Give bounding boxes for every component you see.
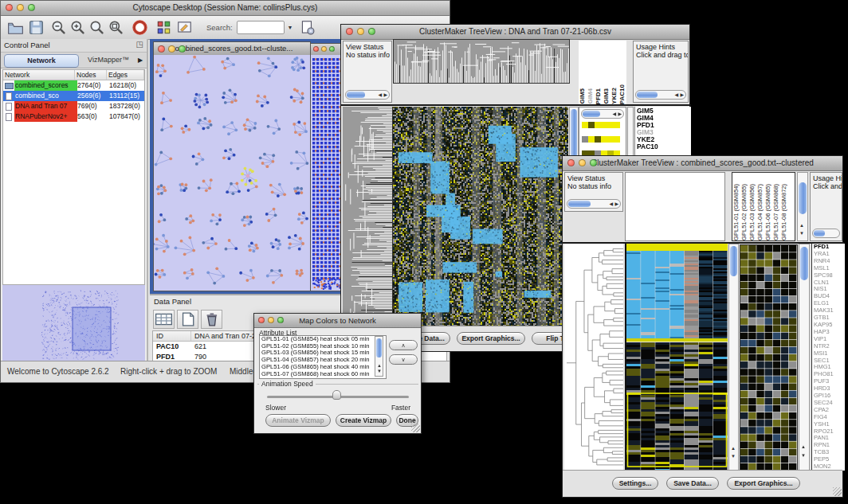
move-down-button[interactable]: ∨: [389, 354, 418, 365]
column-labels-vscrollbar[interactable]: ▲▼: [797, 172, 808, 241]
minimize-icon[interactable]: [268, 317, 274, 323]
zoom-heatmap-matrix[interactable]: [582, 122, 620, 160]
column-label[interactable]: GIM4: [587, 88, 595, 104]
minimize-icon[interactable]: [321, 46, 327, 52]
animate-vizmap-button[interactable]: Animate Vizmap: [265, 414, 331, 427]
delete-attribute-trash-icon[interactable]: [201, 310, 222, 329]
resize-grip[interactable]: [833, 487, 842, 496]
open-folder-icon[interactable]: [7, 19, 24, 36]
zoom-panel-hscrollbar[interactable]: ◀▶: [581, 109, 624, 119]
minimize-icon[interactable]: [168, 45, 175, 53]
help-lifering-icon[interactable]: [132, 19, 148, 36]
import-attributes-icon[interactable]: [299, 19, 316, 36]
column-label[interactable]: PAC10: [618, 84, 626, 104]
minimize-icon[interactable]: [17, 4, 24, 11]
zoom-window-icon[interactable]: [368, 28, 375, 35]
gene-label[interactable]: PAC10: [637, 143, 691, 150]
column-label[interactable]: GPL51-04 (GSM857): [756, 184, 764, 240]
treeview1-titlebar[interactable]: ClusterMaker TreeView : DNA and Tran 07-…: [341, 25, 689, 40]
zoom-heatmap[interactable]: [740, 244, 798, 471]
column-dendrogram[interactable]: [393, 39, 570, 84]
column-label[interactable]: GPL51-02 (GSM855): [740, 184, 748, 240]
zoom-window-icon[interactable]: [179, 45, 186, 53]
vizmapper-icon[interactable]: [155, 19, 172, 36]
zoom-vscrollbar[interactable]: ▲▼: [799, 244, 810, 471]
save-icon[interactable]: [28, 19, 45, 36]
treeview2-titlebar[interactable]: ClusterMaker TreeView : combined_scores_…: [563, 156, 842, 171]
heatmap-vscrollbar[interactable]: ▲▼: [728, 244, 739, 471]
create-vizmap-button[interactable]: Create Vizmap: [336, 414, 391, 427]
zoom-in-icon[interactable]: [69, 19, 86, 36]
tab-vizmapper[interactable]: VizMapper™: [80, 54, 136, 66]
zoom-fit-icon[interactable]: [108, 19, 124, 36]
minimize-icon[interactable]: [357, 28, 364, 35]
column-label[interactable]: GIM3: [603, 88, 610, 104]
network-table-row[interactable]: DNA and Tran 07769(0)183728(0): [3, 101, 144, 111]
global-heatmap[interactable]: [393, 107, 568, 326]
usage-hints-hscrollbar[interactable]: [812, 229, 840, 238]
usage-hints-panel: Usage Hints Click and drag tc ◀▶: [633, 41, 689, 103]
export-graphics-button[interactable]: Export Graphics...: [457, 332, 525, 345]
search-label: Search:: [206, 23, 233, 32]
column-label[interactable]: GPL51-01 (GSM854): [732, 184, 740, 240]
column-label[interactable]: GPL51-03 (GSM856): [748, 184, 756, 240]
cytoscape-titlebar[interactable]: Cytoscape Desktop (Session Name: collins…: [1, 1, 450, 16]
resize-grip[interactable]: [411, 424, 420, 432]
close-icon[interactable]: [258, 317, 265, 323]
move-up-button[interactable]: ∧: [389, 340, 418, 350]
divider: [341, 104, 691, 106]
network-table-row[interactable]: combined_sco2569(6)13112(15): [3, 91, 144, 101]
zoom-out-icon[interactable]: [50, 19, 67, 36]
usage-hints-hscrollbar[interactable]: ◀▶: [635, 90, 686, 100]
column-label[interactable]: PFD1: [595, 88, 603, 104]
zoom-one-to-one-icon[interactable]: [88, 19, 105, 36]
row-dendrogram[interactable]: [343, 107, 393, 326]
close-icon[interactable]: [567, 159, 575, 166]
network-table-row[interactable]: combined_scores2764(0)16218(0): [3, 80, 144, 91]
attribute-list-vscrollbar[interactable]: ▲▼: [375, 336, 383, 377]
row-dendrogram[interactable]: [564, 244, 623, 471]
grid-network-canvas[interactable]: [311, 55, 343, 291]
zoom-window-icon[interactable]: [329, 46, 335, 52]
edge-count: 16218(0): [109, 80, 144, 91]
grid-network-titlebar[interactable]: [311, 44, 343, 56]
search-input[interactable]: [237, 21, 285, 34]
attribute-list-item[interactable]: GPL51-07 (GSM868) heat shock 60 min: [260, 371, 386, 378]
dialog-titlebar[interactable]: Map Colors to Network: [254, 314, 421, 328]
birdseye-view[interactable]: [2, 284, 145, 363]
new-attribute-icon[interactable]: [177, 310, 198, 329]
zoom-window-icon[interactable]: [277, 317, 284, 323]
zoom-window-icon[interactable]: [590, 159, 597, 166]
column-label[interactable]: GPL51-06 (GSM865): [764, 184, 772, 240]
search-dropdown-arrow-icon[interactable]: ▼: [285, 21, 296, 34]
save-data-button[interactable]: Save Data...: [666, 477, 719, 490]
column-label[interactable]: GIM5: [579, 88, 587, 104]
document-icon: [5, 111, 14, 122]
settings-button[interactable]: Settings...: [612, 477, 658, 490]
export-graphics-button[interactable]: Export Graphics...: [727, 477, 800, 490]
view-status-hscrollbar[interactable]: ◀▶: [567, 199, 621, 209]
close-icon[interactable]: [313, 46, 319, 52]
tab-overflow-arrow[interactable]: ▶: [135, 54, 145, 66]
column-label[interactable]: GPL51-08 (GSM872): [780, 184, 788, 240]
close-icon[interactable]: [346, 28, 353, 35]
network-table-row[interactable]: RNAPuberNov2+563(0)107847(0): [3, 111, 144, 122]
edge-count: 107847(0): [109, 111, 144, 122]
close-icon[interactable]: [158, 45, 165, 53]
column-label[interactable]: YKE2: [610, 88, 618, 104]
undock-icon[interactable]: ◳: [136, 40, 143, 49]
treeview2-window: ClusterMaker TreeView : combined_scores_…: [562, 155, 843, 498]
zoom-window-icon[interactable]: [28, 4, 35, 11]
slider-thumb[interactable]: [332, 390, 341, 400]
global-heatmap[interactable]: [625, 244, 728, 471]
attribute-select-icon[interactable]: [153, 310, 175, 329]
network-canvas[interactable]: [154, 55, 310, 291]
status-welcome: Welcome to Cytoscape 2.6.2: [7, 367, 109, 376]
annotation-icon[interactable]: [176, 19, 193, 36]
column-label[interactable]: GPL51-07 (GSM868): [772, 184, 780, 240]
close-icon[interactable]: [6, 4, 13, 11]
view-status-hscrollbar[interactable]: ◀▶: [345, 90, 390, 100]
network-view-titlebar[interactable]: combined_scores_good.txt--cluste...: [154, 42, 310, 56]
minimize-icon[interactable]: [579, 159, 586, 166]
tab-network[interactable]: Network: [4, 54, 79, 68]
